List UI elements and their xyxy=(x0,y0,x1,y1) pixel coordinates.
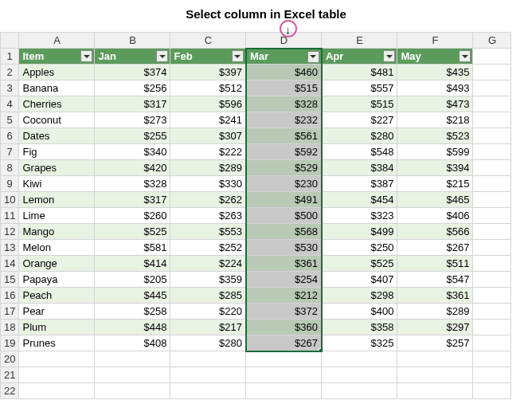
cell-value[interactable]: $224 xyxy=(170,256,246,272)
cell-B20[interactable] xyxy=(95,351,170,367)
cell-G22[interactable] xyxy=(473,383,511,399)
cell-value[interactable]: $267 xyxy=(397,240,473,256)
cell-value[interactable]: $289 xyxy=(397,304,473,320)
cell-item[interactable]: Dates xyxy=(19,128,95,144)
cell-value[interactable]: $361 xyxy=(397,288,473,304)
cell-value[interactable]: $273 xyxy=(95,112,170,128)
cell-C22[interactable] xyxy=(170,383,246,399)
cell-value[interactable]: $394 xyxy=(397,160,473,176)
row-header-13[interactable]: 13 xyxy=(1,240,19,256)
row-header-16[interactable]: 16 xyxy=(1,288,19,304)
column-header-D[interactable]: D xyxy=(246,33,322,49)
row-header-20[interactable]: 20 xyxy=(1,351,19,367)
row-header-9[interactable]: 9 xyxy=(1,176,19,192)
cell-G12[interactable] xyxy=(473,224,511,240)
cell-G20[interactable] xyxy=(473,351,511,367)
filter-dropdown-icon[interactable] xyxy=(459,50,471,62)
cell-value[interactable]: $285 xyxy=(170,288,246,304)
cell-value[interactable]: $530 xyxy=(246,240,322,256)
cell-value[interactable]: $217 xyxy=(170,320,246,335)
cell-G1[interactable] xyxy=(473,49,511,65)
cell-value[interactable]: $414 xyxy=(95,256,170,272)
cell-value[interactable]: $232 xyxy=(246,112,322,128)
cell-value[interactable]: $548 xyxy=(322,144,397,160)
cell-value[interactable]: $523 xyxy=(397,128,473,144)
cell-value[interactable]: $360 xyxy=(246,320,322,335)
cell-value[interactable]: $374 xyxy=(95,65,170,80)
cell-G5[interactable] xyxy=(473,112,511,128)
cell-value[interactable]: $384 xyxy=(322,160,397,176)
cell-D21[interactable] xyxy=(246,367,322,383)
cell-value[interactable]: $445 xyxy=(95,288,170,304)
cell-E21[interactable] xyxy=(322,367,397,383)
cell-item[interactable]: Grapes xyxy=(19,160,95,176)
cell-F22[interactable] xyxy=(397,383,473,399)
cell-value[interactable]: $262 xyxy=(170,192,246,208)
selection-handle[interactable] xyxy=(319,348,322,351)
select-all-corner[interactable] xyxy=(1,33,19,49)
cell-value[interactable]: $230 xyxy=(246,176,322,192)
cell-value[interactable]: $297 xyxy=(397,320,473,335)
row-header-8[interactable]: 8 xyxy=(1,160,19,176)
row-header-11[interactable]: 11 xyxy=(1,208,19,224)
cell-G8[interactable] xyxy=(473,160,511,176)
cell-item[interactable]: Banana xyxy=(19,80,95,96)
cell-value[interactable]: $400 xyxy=(322,304,397,320)
row-header-10[interactable]: 10 xyxy=(1,192,19,208)
cell-G17[interactable] xyxy=(473,304,511,320)
cell-item[interactable]: Apples xyxy=(19,65,95,80)
cell-value[interactable]: $525 xyxy=(322,256,397,272)
filter-dropdown-icon[interactable] xyxy=(232,50,244,62)
cell-G18[interactable] xyxy=(473,320,511,335)
cell-A22[interactable] xyxy=(19,383,95,399)
cell-item[interactable]: Kiwi xyxy=(19,176,95,192)
cell-G2[interactable] xyxy=(473,65,511,80)
cell-value[interactable]: $525 xyxy=(95,224,170,240)
cell-value[interactable]: $340 xyxy=(95,144,170,160)
cell-value[interactable]: $252 xyxy=(170,240,246,256)
cell-value[interactable]: $420 xyxy=(95,160,170,176)
cell-value[interactable]: $566 xyxy=(397,224,473,240)
cell-value[interactable]: $547 xyxy=(397,272,473,288)
cell-value[interactable]: $328 xyxy=(246,96,322,112)
cell-value[interactable]: $454 xyxy=(322,192,397,208)
cell-value[interactable]: $511 xyxy=(397,256,473,272)
cell-value[interactable]: $215 xyxy=(397,176,473,192)
cell-value[interactable]: $227 xyxy=(322,112,397,128)
cell-value[interactable]: $596 xyxy=(170,96,246,112)
cell-item[interactable]: Pear xyxy=(19,304,95,320)
cell-value[interactable]: $267 xyxy=(246,335,322,351)
cell-value[interactable]: $218 xyxy=(397,112,473,128)
cell-value[interactable]: $361 xyxy=(246,256,322,272)
cell-value[interactable]: $465 xyxy=(397,192,473,208)
cell-value[interactable]: $280 xyxy=(322,128,397,144)
table-header-mar[interactable]: Mar xyxy=(246,49,322,65)
cell-value[interactable]: $599 xyxy=(397,144,473,160)
cell-A20[interactable] xyxy=(19,351,95,367)
cell-item[interactable]: Fig xyxy=(19,144,95,160)
cell-value[interactable]: $557 xyxy=(322,80,397,96)
row-header-4[interactable]: 4 xyxy=(1,96,19,112)
column-header-F[interactable]: F xyxy=(397,33,473,49)
cell-value[interactable]: $255 xyxy=(95,128,170,144)
cell-item[interactable]: Plum xyxy=(19,320,95,335)
row-header-19[interactable]: 19 xyxy=(1,335,19,351)
row-header-15[interactable]: 15 xyxy=(1,272,19,288)
table-header-jan[interactable]: Jan xyxy=(95,49,170,65)
cell-value[interactable]: $260 xyxy=(95,208,170,224)
cell-value[interactable]: $359 xyxy=(170,272,246,288)
cell-value[interactable]: $592 xyxy=(246,144,322,160)
cell-G4[interactable] xyxy=(473,96,511,112)
cell-G3[interactable] xyxy=(473,80,511,96)
row-header-18[interactable]: 18 xyxy=(1,320,19,335)
cell-item[interactable]: Coconut xyxy=(19,112,95,128)
row-header-21[interactable]: 21 xyxy=(1,367,19,383)
column-header-G[interactable]: G xyxy=(473,33,511,49)
cell-value[interactable]: $406 xyxy=(397,208,473,224)
cell-G6[interactable] xyxy=(473,128,511,144)
row-header-12[interactable]: 12 xyxy=(1,224,19,240)
row-header-5[interactable]: 5 xyxy=(1,112,19,128)
cell-value[interactable]: $289 xyxy=(170,160,246,176)
row-header-17[interactable]: 17 xyxy=(1,304,19,320)
cell-value[interactable]: $257 xyxy=(397,335,473,351)
